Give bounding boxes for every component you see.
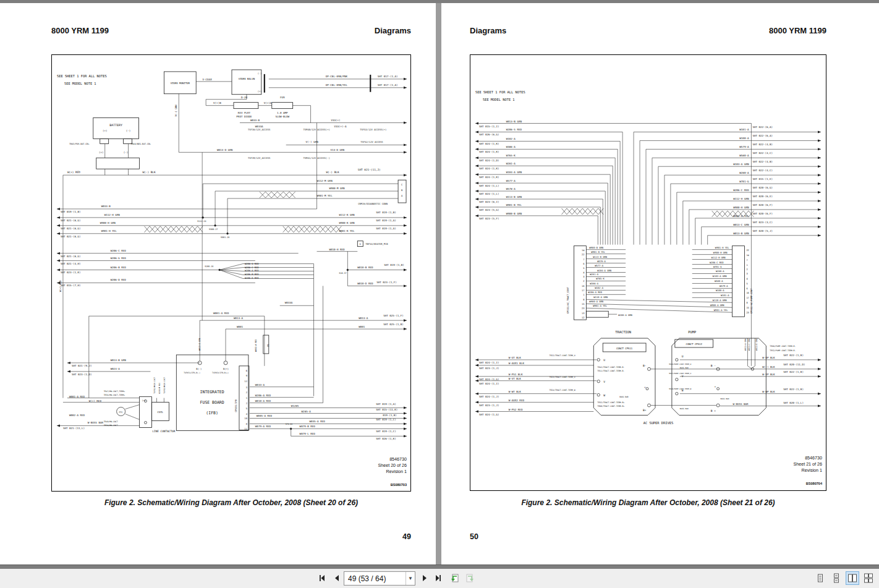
svg-text:W(+) RED: W(+) RED — [89, 399, 102, 403]
svg-text:W-WP BLK: W-WP BLK — [762, 390, 775, 393]
svg-text:SHT 024-(1,K): SHT 024-(1,K) — [479, 150, 499, 153]
svg-text:W100-A: W100-A — [739, 137, 749, 140]
svg-text:(+): (+) — [103, 129, 108, 132]
svg-text:W-AUX2 RED: W-AUX2 RED — [509, 399, 525, 402]
svg-text:SHT 024-(1,G): SHT 024-(1,G) — [479, 413, 499, 416]
svg-text:W010-B RED: W010-B RED — [357, 266, 373, 269]
svg-text:W: W — [603, 394, 605, 397]
svg-text:W579-A: W579-A — [739, 145, 749, 148]
previous-view-button[interactable] — [448, 571, 461, 585]
two-page-view-button[interactable] — [846, 571, 859, 585]
svg-text:23: 23 — [746, 312, 749, 314]
next-view-button[interactable] — [464, 571, 477, 585]
svg-text:SEE MODEL NOTE 1: SEE MODEL NOTE 1 — [64, 82, 96, 85]
svg-text:SHT 024-(1,L): SHT 024-(1,L) — [479, 192, 499, 195]
svg-text:W-VT BLK: W-VT BLK — [509, 377, 522, 380]
svg-text:22: 22 — [746, 249, 749, 252]
svg-text:SHT 022-(4,C): SHT 022-(4,C) — [752, 151, 773, 155]
svg-text:W113-B GRN: W113-B GRN — [593, 255, 607, 258]
svg-text:TR56/MN.CNCT,TERM+: TR56/MN.CNCT,TERM+ — [104, 394, 125, 396]
next-page-button[interactable] — [418, 571, 431, 585]
svg-text:V33(+)-A: V33(+)-A — [334, 125, 347, 128]
svg-text:SHT 019-(1,C): SHT 019-(1,C) — [376, 430, 396, 433]
svg-text:SHT 023-(3,C): SHT 023-(3,C) — [752, 221, 773, 224]
svg-text:13: 13 — [582, 312, 584, 315]
svg-text:4: 4 — [746, 278, 747, 280]
svg-text:S901-26: S901-26 — [221, 236, 229, 239]
svg-text:W100-A: W100-A — [716, 289, 724, 292]
svg-text:TR18/PUMP.CONT.TERM_W: TR18/PUMP.CONT.TERM_W — [669, 388, 692, 390]
svg-text:Sheet 20 of 26: Sheet 20 of 26 — [378, 463, 407, 468]
pdf-toolbar: 49 (53 / 64) ▼ — [0, 569, 879, 588]
svg-text:SHT 019-(1,A): SHT 019-(1,A) — [376, 227, 396, 230]
svg-text:W101-A: W101-A — [739, 128, 749, 131]
single-page-view-button[interactable] — [813, 571, 827, 585]
svg-text:SHT 020-(6,G): SHT 020-(6,G) — [752, 186, 773, 189]
svg-text:Revision 1: Revision 1 — [802, 468, 822, 473]
svg-text:SHT 021-(9,J): SHT 021-(9,J) — [72, 364, 92, 367]
page-number-combobox[interactable]: 49 (53 / 64) ▼ — [344, 571, 415, 586]
svg-text:W206-C RED: W206-C RED — [733, 189, 749, 192]
chevron-down-icon[interactable]: ▼ — [406, 572, 415, 585]
last-page-icon — [434, 574, 443, 582]
svg-text:SHT 022-(1,B): SHT 022-(1,B) — [783, 370, 804, 373]
svg-text:CONCT CPS12: CONCT CPS12 — [686, 343, 703, 346]
svg-text:W110-A GRN: W110-A GRN — [713, 299, 727, 302]
previous-page-button[interactable] — [330, 571, 344, 585]
svg-text:W577-A: W577-A — [506, 179, 516, 182]
svg-text:V(+)B: V(+)B — [213, 101, 221, 104]
svg-text:W103-A GRN: W103-A GRN — [713, 275, 727, 278]
page-header: 8000 YRM 1199 Diagrams — [51, 26, 411, 35]
svg-text:W578-A: W578-A — [506, 187, 516, 190]
svg-text:W(-) BLK: W(-) BLK — [762, 365, 775, 369]
svg-text:2: 2 — [583, 280, 584, 283]
svg-text:OP-CBL-09B/YEL: OP-CBL-09B/YEL — [326, 83, 348, 87]
svg-text:W900-B GRN: W900-B GRN — [589, 246, 603, 249]
two-page-continuous-view-button[interactable] — [862, 571, 875, 585]
svg-text:SEE MODEL NOTE 1: SEE MODEL NOTE 1 — [483, 98, 515, 101]
svg-text:V13-D GRN: V13-D GRN — [330, 148, 344, 151]
svg-text:TR60/PUMP.CONT.TERM.B-: TR60/PUMP.CONT.TERM.B- — [770, 345, 796, 347]
svg-text:W112-K GRN: W112-K GRN — [339, 213, 355, 216]
svg-text:D5: D5 — [266, 344, 270, 347]
svg-text:TSFK51/IFB,B(-): TSFK51/IFB,B(-) — [184, 372, 200, 374]
svg-text:SHT 023-(6,I): SHT 023-(6,I) — [479, 200, 499, 203]
svg-text:W010-D RED: W010-D RED — [357, 282, 373, 285]
first-page-button[interactable] — [315, 571, 329, 585]
svg-text:W206-C RED: W206-C RED — [111, 249, 127, 252]
svg-text:SHT 019-(1,C): SHT 019-(1,C) — [376, 418, 396, 421]
last-page-button[interactable] — [431, 571, 445, 585]
svg-text:W285-A: W285-A — [302, 410, 312, 413]
svg-text:SEE SHEET 1 FOR ALL NOTES: SEE SHEET 1 FOR ALL NOTES — [475, 90, 525, 94]
svg-text:W579-A: W579-A — [720, 284, 728, 288]
svg-text:(+): (+) — [258, 90, 261, 93]
svg-text:SHT 025-(1,F): SHT 025-(1,F) — [383, 314, 404, 317]
svg-text:SHT 020-(11,D): SHT 020-(11,D) — [783, 363, 805, 366]
svg-text:(-): (-) — [126, 129, 131, 132]
svg-text:10: 10 — [244, 417, 247, 420]
continuous-view-button[interactable] — [830, 571, 843, 585]
svg-text:SHT 020-(6,F): SHT 020-(6,F) — [752, 203, 773, 207]
svg-text:BUSS BAR: BUSS BAR — [680, 367, 689, 369]
svg-text:W(-) BLK: W(-) BLK — [326, 171, 339, 174]
document-page-49: 8000 YRM 1199 Diagrams SEE SHEET 1 FOR A… — [0, 3, 436, 565]
svg-text:CPS01/IFB: CPS01/IFB — [234, 399, 237, 412]
svg-text:W901-H YEL: W901-H YEL — [101, 229, 117, 232]
svg-text:B(-): B(-) — [196, 367, 202, 370]
svg-text:W701-G: W701-G — [739, 180, 749, 183]
svg-text:SHT 024-(1,I): SHT 024-(1,I) — [479, 361, 499, 364]
svg-text:SHT 023-(5,F): SHT 023-(5,F) — [479, 217, 499, 220]
svg-text:W035-A RED: W035-A RED — [310, 420, 326, 423]
svg-text:SHT 024-(1,K): SHT 024-(1,K) — [479, 176, 499, 179]
svg-text:SHT 015-(1,I): SHT 015-(1,I) — [479, 125, 499, 128]
svg-text:W1285: W1285 — [291, 404, 299, 407]
svg-text:W079-A RED: W079-A RED — [255, 425, 271, 428]
svg-text:W013-C GRN: W013-C GRN — [748, 339, 750, 351]
svg-text:8: 8 — [746, 302, 747, 304]
svg-text:W900-B GRN: W900-B GRN — [506, 212, 522, 215]
svg-text:LINE CONTACTOR: LINE CONTACTOR — [152, 430, 175, 433]
svg-text:W033-A: W033-A — [255, 383, 265, 386]
svg-text:TSF52/12V ACCESS: TSF52/12V ACCESS — [360, 140, 383, 143]
header-doc-title: 8000 YRM 1199 — [51, 26, 109, 35]
svg-text:SHT 021-(8,G): SHT 021-(8,G) — [61, 235, 81, 238]
